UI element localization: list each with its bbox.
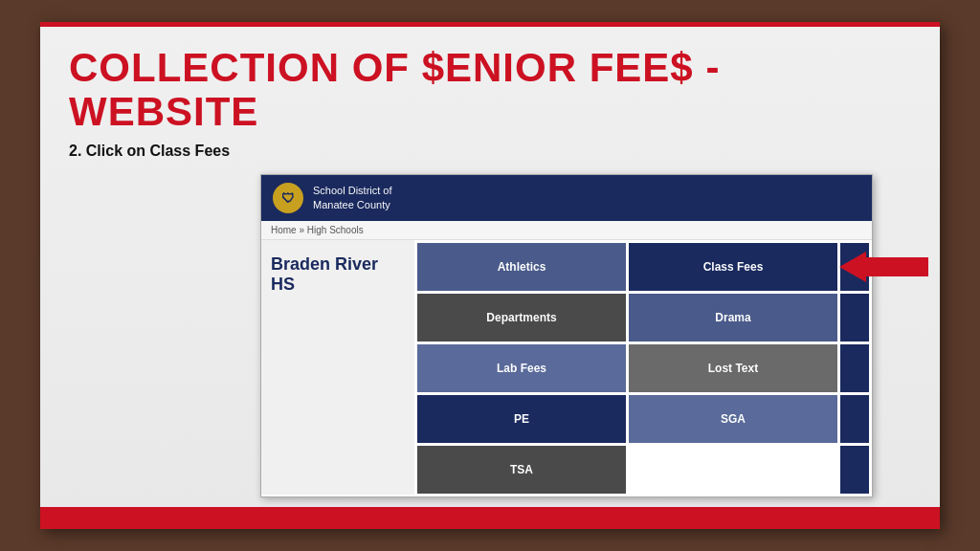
side-strip-4 bbox=[840, 395, 869, 443]
menu-item-lab-fees[interactable]: Lab Fees bbox=[417, 344, 626, 392]
menu-item-athletics[interactable]: Athletics bbox=[417, 243, 626, 291]
menu-item-lost-text[interactable]: Lost Text bbox=[629, 344, 837, 392]
sidebar-school-name: Braden River HS bbox=[271, 254, 405, 295]
menu-item-class-fees[interactable]: Class Fees bbox=[629, 243, 837, 291]
menu-item-departments[interactable]: Departments bbox=[417, 294, 626, 342]
breadcrumb: Home » High Schools bbox=[261, 221, 872, 240]
menu-item-sga[interactable]: SGA bbox=[629, 395, 837, 443]
menu-item-pe[interactable]: PE bbox=[417, 395, 626, 443]
browser-body: Braden River HS Athletics Class Fees bbox=[261, 240, 872, 495]
red-bar-bottom bbox=[40, 507, 940, 530]
main-title: COLLECTION OF $ENIOR FEE$ - WEBSITE bbox=[69, 46, 911, 134]
menu-item-tsa[interactable]: TSA bbox=[417, 446, 626, 494]
browser-header: 🛡 School District of Manatee County bbox=[261, 175, 872, 221]
arrow-head bbox=[839, 252, 866, 282]
empty-cell-5-2 bbox=[629, 446, 837, 494]
red-arrow bbox=[839, 252, 928, 282]
browser-mockup: 🛡 School District of Manatee County Home… bbox=[260, 174, 873, 497]
menu-item-drama[interactable]: Drama bbox=[629, 294, 837, 342]
subtitle: 2. Click on Class Fees bbox=[69, 143, 911, 160]
side-strip-5 bbox=[840, 446, 869, 494]
slide-content: COLLECTION OF $ENIOR FEE$ - WEBSITE 2. C… bbox=[40, 27, 940, 506]
slide: COLLECTION OF $ENIOR FEE$ - WEBSITE 2. C… bbox=[40, 22, 940, 529]
school-name-header: School District of Manatee County bbox=[313, 184, 392, 211]
side-strip-2 bbox=[840, 294, 869, 342]
sidebar-panel: Braden River HS bbox=[261, 240, 414, 495]
arrow-body bbox=[866, 257, 928, 276]
side-strip-3 bbox=[840, 344, 869, 392]
school-logo: 🛡 bbox=[273, 183, 303, 213]
